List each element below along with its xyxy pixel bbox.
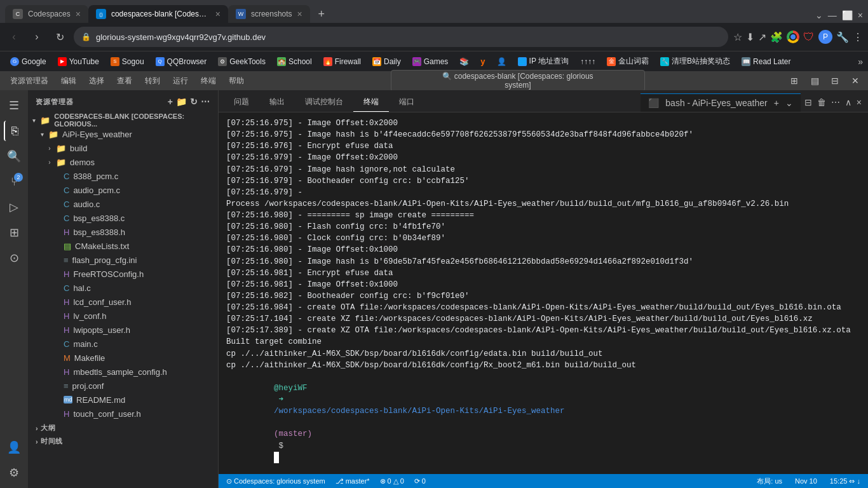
new-file-icon[interactable]: + [168, 97, 173, 107]
run-debug-icon[interactable]: ▷ [4, 197, 24, 217]
collapse-icon[interactable]: ⋯ [201, 97, 210, 107]
tab-codespaces[interactable]: C Codespaces × [5, 5, 88, 23]
bookmark-bk1[interactable]: 📚 [454, 56, 474, 67]
menu-help[interactable]: 帮助 [224, 74, 249, 88]
titlebar-search[interactable]: 🔍 codespaces-blank [Codespaces: glorious… [254, 70, 782, 92]
bookmark-google[interactable]: G Google [5, 56, 51, 67]
file-lwip[interactable]: H lwipopts_user.h [28, 323, 218, 337]
menu-view[interactable]: 查看 [112, 74, 137, 88]
source-control-icon[interactable]: ⑂ 2 [4, 172, 24, 192]
layout-icon-3[interactable]: ⊟ [827, 73, 843, 88]
tab-screenshots[interactable]: W screenshots × [228, 5, 310, 23]
add-terminal-icon[interactable]: + [773, 97, 780, 109]
status-time[interactable]: 15:25 ⇔ ↓ [827, 477, 863, 485]
file-lvconf[interactable]: H lv_conf.h [28, 309, 218, 323]
share-icon[interactable]: ↗ [758, 31, 766, 43]
address-bar[interactable]: 🔒 glorious-system-wg9xgv4qrr92vg7v.githu… [74, 27, 728, 47]
file-8388pcm[interactable]: C 8388_pcm.c [28, 169, 218, 183]
file-hal[interactable]: C hal.c [28, 281, 218, 295]
tab-output[interactable]: 输出 [259, 93, 295, 112]
trash-icon[interactable]: 🗑 [816, 96, 827, 109]
bookmark-readlater[interactable]: 📖 Read Later [736, 56, 796, 67]
bookmark-jinshan[interactable]: 金 金山词霸 [602, 55, 654, 68]
folder-build[interactable]: › 📁 build [28, 141, 218, 155]
tab-ports[interactable]: 端口 [389, 93, 424, 112]
status-date[interactable]: Nov 10 [792, 477, 820, 485]
bookmark-arrows[interactable]: ↑↑↑↑ [575, 56, 600, 67]
panel-more-icon[interactable]: ⋯ [830, 96, 841, 109]
bookmark-ipcheck[interactable]: 🌐 IP 地址查询 [513, 55, 574, 68]
status-layout[interactable]: 布局: us [754, 477, 785, 486]
download-icon[interactable]: ⬇ [746, 31, 754, 43]
new-folder-icon[interactable]: 📁 [176, 97, 187, 107]
close-window-icon[interactable]: × [858, 10, 863, 20]
terminal-content[interactable]: [07:25:16.975] - Image Offset:0x2000 [07… [219, 112, 868, 474]
folder-demos[interactable]: › 📁 demos [28, 155, 218, 169]
explorer-icon[interactable]: ⎘ [4, 121, 24, 141]
project-root[interactable]: ▾ 📁 CODESPACES-BLANK [CODESPACES: GLORIO… [28, 113, 218, 127]
menu-select[interactable]: 选择 [84, 74, 109, 88]
profile-icon[interactable] [787, 30, 799, 43]
bookmark-daily[interactable]: 📅 Daily [367, 56, 406, 67]
back-button[interactable]: ‹ [5, 28, 23, 46]
file-audio[interactable]: C audio.c [28, 197, 218, 211]
menu-toggle-icon[interactable]: ☰ [4, 95, 24, 116]
menu-goto[interactable]: 转到 [140, 74, 165, 88]
menu-run[interactable]: 运行 [168, 74, 193, 88]
timeline-section[interactable]: › 时间线 [28, 434, 218, 447]
menu-file[interactable]: 资源管理器 [5, 74, 53, 88]
tab-close-screenshots[interactable]: × [297, 9, 302, 19]
menu-edit[interactable]: 编辑 [56, 74, 81, 88]
menu-icon[interactable]: ⋮ [853, 31, 863, 43]
bookmark-qingli[interactable]: 🔧 清理B站抽奖动态 [655, 55, 735, 68]
status-errors[interactable]: ⊗ 0 △ 0 [377, 477, 407, 485]
maximize-icon[interactable]: ⬜ [842, 10, 853, 20]
file-flash[interactable]: ≡ flash_prog_cfg.ini [28, 253, 218, 267]
file-readme[interactable]: md README.md [28, 393, 218, 407]
bookmark-bk3[interactable]: 👤 [492, 56, 512, 67]
layout-icon-4[interactable]: ✕ [848, 73, 863, 88]
panel-chevron-up[interactable]: ∧ [844, 96, 853, 109]
layout-icon-2[interactable]: ▤ [807, 73, 822, 88]
tab-search-icon[interactable]: ⌄ [815, 10, 823, 20]
tab-close-blank[interactable]: × [215, 9, 220, 19]
outline-section[interactable]: › 大纲 [28, 421, 218, 434]
layout-icon-1[interactable]: ⊞ [787, 73, 802, 88]
bookmark-more-button[interactable]: » [858, 57, 863, 67]
bookmark-firewall[interactable]: 🔥 Firewall [318, 56, 366, 67]
file-lcdconf[interactable]: H lcd_conf_user.h [28, 295, 218, 309]
minimize-icon[interactable]: — [828, 10, 837, 20]
new-tab-button[interactable]: + [313, 5, 330, 23]
folder-aipi-eyes[interactable]: ▾ 📁 AiPi-Eyes_weather [28, 127, 218, 141]
account-icon[interactable]: 👤 [4, 437, 24, 458]
file-cmakelists[interactable]: ▤ CMakeLists.txt [28, 239, 218, 253]
file-mbedtls[interactable]: H mbedtls_sample_config.h [28, 365, 218, 379]
bookmark-star-icon[interactable]: ☆ [733, 31, 742, 43]
tab-issues[interactable]: 问题 [224, 93, 259, 112]
file-makefile[interactable]: M Makefile [28, 351, 218, 365]
tab-close-codespaces[interactable]: × [76, 9, 81, 19]
file-bsp-es8388h[interactable]: H bsp_es8388.h [28, 225, 218, 239]
tab-terminal[interactable]: 终端 [353, 93, 389, 112]
bookmark-sogou[interactable]: S Sogou [105, 56, 149, 67]
extensions-icon[interactable]: 🧩 [770, 31, 783, 43]
extension2-icon[interactable]: 🔧 [836, 31, 849, 43]
titlebar-search-box[interactable]: 🔍 codespaces-blank [Codespaces: glorious… [391, 70, 645, 92]
refresh-icon[interactable]: ↻ [190, 97, 198, 107]
file-freertos[interactable]: H FreeRTOSConfig.h [28, 267, 218, 281]
bookmark-youtube[interactable]: ▶ YouTube [53, 56, 104, 67]
profile-avatar-icon[interactable]: P [818, 30, 832, 44]
extension-shield-icon[interactable]: 🛡 [803, 30, 815, 44]
forward-button[interactable]: › [28, 28, 46, 46]
reload-button[interactable]: ↻ [51, 28, 69, 46]
remote-icon[interactable]: ⊙ [4, 248, 24, 268]
bookmark-qqbrowser[interactable]: Q QQBrowser [151, 56, 212, 67]
panel-close-icon[interactable]: × [855, 96, 863, 109]
file-touch[interactable]: H touch_conf_user.h [28, 407, 218, 421]
bookmark-geektools[interactable]: ⚙ GeekTools [213, 56, 271, 67]
tab-debug-console[interactable]: 调试控制台 [295, 93, 353, 112]
status-sync[interactable]: ⟳ 0 [412, 477, 428, 485]
settings-icon[interactable]: ⚙ [4, 463, 24, 483]
menu-terminal[interactable]: 终端 [196, 74, 221, 88]
status-remote[interactable]: ⊙ Codespaces: glorious system [224, 477, 328, 485]
